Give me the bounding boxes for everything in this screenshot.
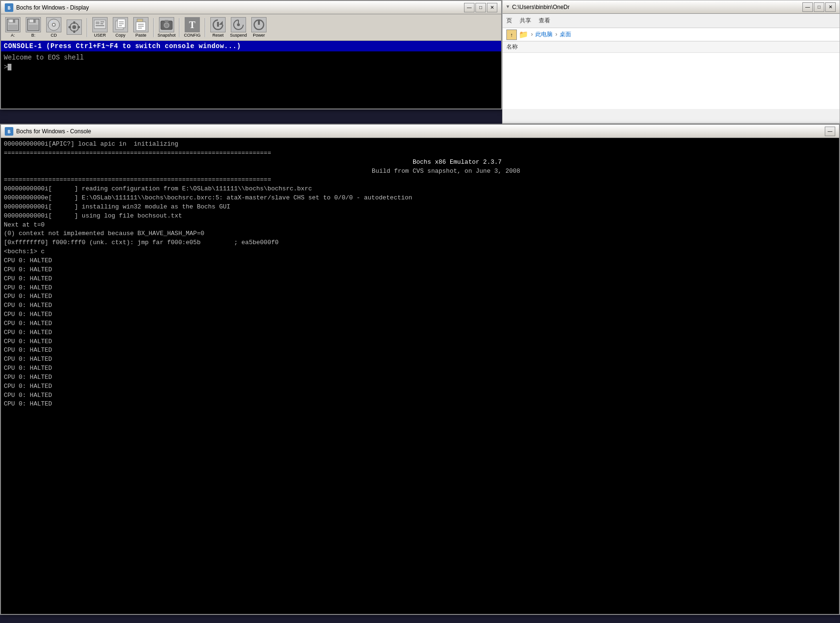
reset-icon bbox=[210, 17, 226, 32]
btn-a-label: A: bbox=[11, 33, 15, 38]
fe-maximize-button[interactable]: □ bbox=[814, 2, 824, 12]
svg-rect-30 bbox=[137, 19, 143, 22]
display-line-2: > bbox=[4, 63, 11, 71]
breadcrumb-computer[interactable]: 此电脑 bbox=[535, 30, 553, 39]
svg-point-12 bbox=[53, 24, 55, 26]
btn-cd-label: CD bbox=[51, 33, 57, 38]
console-line-6: 00000000000e[ ] E:\OSLab\111111\\bochs\b… bbox=[4, 194, 836, 203]
bochs-icon: B bbox=[5, 3, 13, 12]
console-line-4: ========================================… bbox=[4, 176, 836, 185]
svg-rect-44 bbox=[258, 20, 260, 25]
maximize-button[interactable]: □ bbox=[475, 3, 486, 12]
svg-text:B: B bbox=[8, 129, 10, 135]
console-line-2: Bochs x86 Emulator 2.3.7 bbox=[4, 158, 836, 167]
toolbar-btn-power[interactable]: Power bbox=[249, 16, 269, 39]
svg-rect-24 bbox=[96, 25, 104, 26]
svg-point-37 bbox=[165, 23, 168, 27]
fe-close-button[interactable]: ✕ bbox=[825, 2, 836, 12]
console-line-13: CPU 0: HALTED bbox=[4, 257, 836, 266]
console-content[interactable]: 00000000000i[APIC?] local apic in initia… bbox=[1, 138, 839, 614]
toolbar-btn-b[interactable]: B: bbox=[23, 16, 43, 39]
btn-paste-label: Paste bbox=[135, 33, 146, 38]
svg-point-41 bbox=[237, 23, 240, 26]
bochs-display-window: B Bochs for Windows - Display — □ ✕ bbox=[0, 0, 502, 109]
toolbar-btn-reset[interactable]: Reset bbox=[208, 16, 228, 39]
console-line-14: CPU 0: HALTED bbox=[4, 266, 836, 275]
svg-rect-28 bbox=[119, 23, 124, 24]
console-line-17: CPU 0: HALTED bbox=[4, 292, 836, 301]
console-titlebar-left: B Bochs for Windows - Console bbox=[5, 127, 91, 136]
console-line-20: CPU 0: HALTED bbox=[4, 319, 836, 328]
console-line-16: CPU 0: HALTED bbox=[4, 284, 836, 293]
fe-minimize-button[interactable]: — bbox=[802, 2, 813, 12]
breadcrumb-desktop[interactable]: 桌面 bbox=[560, 30, 571, 39]
toolbar-sep-1 bbox=[87, 18, 88, 37]
paste-icon bbox=[133, 17, 148, 32]
toolbar-group-drives: A: B: bbox=[3, 16, 84, 39]
fe-title-left: ▼ C:\Users\binbin\OneDr bbox=[506, 4, 570, 10]
svg-rect-23 bbox=[100, 23, 103, 24]
console-line-8: 00000000000i[ ] using log file bochsout.… bbox=[4, 212, 836, 221]
toolbar-sep-4 bbox=[205, 18, 206, 37]
display-toolbar: A: B: bbox=[1, 14, 501, 41]
titlebar-controls: — □ ✕ bbox=[464, 3, 497, 12]
fe-titlebar-controls: — □ ✕ bbox=[802, 2, 836, 12]
fe-page-btn[interactable]: 页 bbox=[506, 17, 512, 25]
btn-power-label: Power bbox=[253, 33, 265, 38]
close-button[interactable]: ✕ bbox=[487, 3, 497, 12]
display-content[interactable]: Welcome to EOS shell > bbox=[1, 51, 501, 109]
fe-titlebar: ▼ C:\Users\binbin\OneDr — □ ✕ bbox=[503, 0, 840, 14]
svg-rect-22 bbox=[100, 21, 104, 22]
svg-rect-18 bbox=[69, 26, 71, 28]
console-line-15: CPU 0: HALTED bbox=[4, 275, 836, 284]
fe-breadcrumb: ↑ 📁 › 此电脑 › 桌面 bbox=[503, 28, 840, 41]
fe-share-btn[interactable]: 共享 bbox=[520, 17, 531, 25]
console-line-9: Next at t=0 bbox=[4, 221, 836, 230]
console-minimize-button[interactable]: — bbox=[825, 127, 835, 136]
breadcrumb-sep-1: › bbox=[530, 31, 534, 38]
name-column-header: 名称 bbox=[506, 43, 518, 51]
console-line-3: Build from CVS snapshot, on June 3, 2008 bbox=[4, 167, 836, 176]
console-line-12: <bochs:1> c bbox=[4, 247, 836, 257]
svg-rect-40 bbox=[217, 22, 219, 27]
toolbar-btn-user[interactable]: USER bbox=[90, 16, 110, 39]
btn-copy-label: Copy bbox=[115, 33, 125, 38]
display-screen: CONSOLE-1 (Press Ctrl+F1~F4 to switch co… bbox=[1, 41, 501, 109]
toolbar-btn-suspend[interactable]: Suspend bbox=[228, 16, 248, 39]
console-header: CONSOLE-1 (Press Ctrl+F1~F4 to switch co… bbox=[1, 41, 501, 51]
console-window-title: Bochs for Windows - Console bbox=[16, 128, 91, 135]
svg-rect-38 bbox=[165, 20, 168, 22]
svg-rect-8 bbox=[30, 20, 33, 22]
display-window-title: Bochs for Windows - Display bbox=[16, 4, 89, 11]
display-line-1: Welcome to EOS shell bbox=[4, 54, 84, 61]
console-line-23: CPU 0: HALTED bbox=[4, 346, 836, 355]
toolbar-btn-cd[interactable]: CD bbox=[44, 16, 64, 39]
fe-dropdown-arrow[interactable]: ▼ bbox=[506, 4, 509, 10]
config-icon: T bbox=[185, 17, 200, 32]
console-line-21: CPU 0: HALTED bbox=[4, 328, 836, 337]
up-button[interactable]: ↑ bbox=[506, 30, 517, 40]
toolbar-btn-config[interactable]: T CONFIG bbox=[182, 16, 202, 39]
toolbar-btn-copy[interactable]: Copy bbox=[110, 16, 130, 39]
settings-icon bbox=[67, 20, 82, 35]
fe-column-header: 名称 bbox=[503, 41, 840, 53]
toolbar-group-snapshot: Snapshot bbox=[157, 16, 177, 39]
toolbar-btn-settings[interactable] bbox=[64, 18, 84, 37]
console-line-0: 00000000000i[APIC?] local apic in initia… bbox=[4, 140, 836, 149]
console-bochs-icon: B bbox=[5, 127, 13, 136]
console-line-10: (0) context not implemented because BX_H… bbox=[4, 229, 836, 238]
minimize-button[interactable]: — bbox=[464, 3, 474, 12]
console-titlebar: B Bochs for Windows - Console — bbox=[1, 125, 839, 138]
toolbar-group-user: USER Copy bbox=[90, 16, 151, 39]
fe-content-area bbox=[503, 53, 840, 109]
toolbar-btn-a[interactable]: A: bbox=[3, 16, 23, 39]
suspend-icon bbox=[231, 17, 246, 32]
user-icon bbox=[92, 17, 108, 32]
console-line-27: CPU 0: HALTED bbox=[4, 382, 836, 391]
fe-view-btn[interactable]: 查看 bbox=[539, 17, 550, 25]
toolbar-btn-paste[interactable]: Paste bbox=[131, 16, 151, 39]
breadcrumb-sep-2: › bbox=[554, 31, 558, 38]
toolbar-btn-snapshot[interactable]: Snapshot bbox=[157, 16, 177, 39]
svg-rect-29 bbox=[119, 25, 122, 26]
console-line-24: CPU 0: HALTED bbox=[4, 355, 836, 364]
